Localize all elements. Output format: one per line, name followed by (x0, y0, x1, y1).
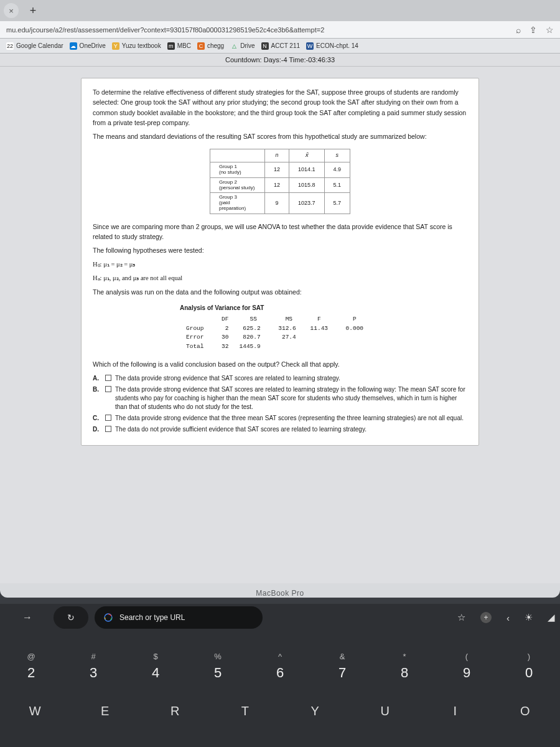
option-c: C. The data provide strong evidence that… (93, 414, 467, 423)
question-intro-2: The means and standard deviations of the… (93, 131, 467, 141)
letter-row: WERTYUIO (0, 692, 560, 730)
bookmark-label: ACCT 211 (271, 42, 301, 49)
keyboard-key[interactable]: T (210, 692, 281, 730)
bookmark-icon: m (167, 42, 175, 50)
keyboard-key[interactable]: W (0, 692, 70, 730)
bookmark-icon: 22 (6, 42, 14, 50)
checkbox-a[interactable] (105, 375, 111, 381)
bookmark-icon: △ (230, 42, 238, 50)
checkbox-b[interactable] (105, 386, 111, 392)
bookmark-item[interactable]: Cchegg (197, 42, 224, 50)
google-icon (103, 613, 113, 622)
countdown-timer: Countdown: Days:-4 Time:-03:46:33 (0, 54, 560, 67)
question-p4: The following hypotheses were tested: (93, 245, 467, 255)
kb-plus-icon[interactable]: + (480, 612, 492, 623)
keyboard-key[interactable]: I (420, 692, 490, 730)
keyboard-key[interactable]: ^6 (249, 640, 311, 692)
option-b: B. The data provide strong evidence that… (93, 385, 467, 411)
kb-star-icon[interactable]: ☆ (457, 612, 465, 623)
keyboard-key[interactable]: )0 (498, 640, 560, 692)
bookmark-icon: W (306, 42, 314, 50)
number-row: @2#3$4%5^6&7*8(9)0 (0, 640, 560, 692)
bookmark-icon: ☁ (70, 42, 77, 50)
browser-tabbar: × + (0, 0, 560, 21)
keyboard-key[interactable]: &7 (311, 640, 373, 692)
table-row: Group 1 (no study) 12 1014.1 4.9 (210, 162, 350, 178)
new-tab-button[interactable]: + (26, 4, 40, 17)
keyboard-key[interactable]: *8 (373, 640, 436, 692)
nav-forward-key[interactable]: → (5, 606, 50, 629)
anova-title: Analysis of Variance for SAT (180, 303, 467, 313)
bookmark-label: OneDrive (80, 42, 106, 49)
keyboard-key[interactable]: @2 (0, 640, 62, 692)
url-actions: ⌕ ⇪ ☆ (516, 25, 554, 35)
macbook-label: MacBook Pro (0, 585, 560, 598)
question-prompt: Which of the following is a valid conclu… (93, 359, 467, 369)
search-placeholder: Search or type URL (119, 613, 185, 622)
bookmark-item[interactable]: mMBC (167, 42, 191, 50)
page-content: To determine the relative effectiveness … (0, 67, 560, 583)
kb-back-icon[interactable]: ‹ (506, 613, 510, 623)
star-icon[interactable]: ☆ (546, 25, 554, 35)
address-bar[interactable]: mu.edu/jcourse/a2/rest/assessement/deliv… (0, 21, 560, 39)
keyboard-key[interactable]: (9 (436, 640, 498, 692)
keyboard-key[interactable]: R (140, 692, 210, 730)
kb-volume-icon[interactable]: ◢ (548, 612, 555, 623)
checkbox-d[interactable] (105, 426, 111, 432)
option-d: D. The data do not provide sufficient ev… (93, 425, 467, 434)
bookmark-item[interactable]: △Drive (230, 42, 254, 50)
table-row: Group 2 (personal study) 12 1015.8 5.1 (210, 177, 350, 193)
search-bar[interactable]: Search or type URL (95, 606, 263, 629)
bookmarks-bar: 22Google Calendar☁OneDriveYYuzu textbook… (0, 39, 560, 54)
keyboard-key[interactable]: E (70, 692, 141, 730)
bookmark-label: Yuzu textbook (122, 42, 161, 49)
keyboard: → ↻ Search or type URL ☆ + ‹ ☀ ◢ @2#3$4%… (0, 604, 560, 747)
url-text: mu.edu/jcourse/a2/rest/assessement/deliv… (6, 26, 324, 34)
checkbox-c[interactable] (105, 415, 111, 421)
bookmark-label: chegg (207, 42, 224, 49)
table-row: Group 3 (paid preparation) 9 1023.7 5.7 (210, 193, 350, 214)
bookmark-label: MBC (177, 42, 191, 49)
bookmark-item[interactable]: WECON-chpt. 14 (306, 42, 358, 50)
close-tab-button[interactable]: × (4, 3, 19, 18)
bookmark-label: ECON-chpt. 14 (316, 42, 358, 49)
hypothesis-null: H₀: μ₁ = μ₂ = μ₃ (93, 260, 467, 270)
question-intro-1: To determine the relative effectiveness … (93, 87, 467, 128)
hypothesis-alt: Hₐ: μ₁, μ₂, and μ₃ are not all equal (93, 273, 467, 283)
keyboard-key[interactable]: %5 (187, 640, 249, 692)
stats-table: n x̄ s Group 1 (no study) 12 1014.1 4.9 … (210, 149, 350, 214)
keyboard-key[interactable]: Y (280, 692, 350, 730)
keyboard-key[interactable]: O (490, 692, 561, 730)
share-icon[interactable]: ⇪ (530, 25, 537, 35)
question-p3: Since we are comparing more than 2 group… (93, 222, 467, 242)
bookmark-item[interactable]: YYuzu textbook (112, 42, 161, 50)
bookmark-icon: C (197, 42, 205, 50)
refresh-key[interactable]: ↻ (54, 606, 88, 629)
bookmark-label: Drive (240, 42, 254, 49)
bookmark-item[interactable]: ☁OneDrive (70, 42, 106, 50)
search-icon[interactable]: ⌕ (516, 25, 521, 35)
bookmark-icon: Y (112, 42, 119, 50)
anova-output: DF SS MS F P Group 2 625.2 312.6 11.43 0… (186, 315, 467, 352)
question-p5: The analysis was run on the data and the… (93, 287, 467, 297)
bookmark-icon: N (261, 42, 269, 50)
bookmark-item[interactable]: NACCT 211 (261, 42, 301, 50)
question-card: To determine the relative effectiveness … (81, 78, 479, 446)
answer-options: A. The data provide strong evidence that… (93, 374, 467, 434)
keyboard-key[interactable]: #3 (62, 640, 124, 692)
bookmark-label: Google Calendar (16, 42, 63, 49)
bookmark-item[interactable]: 22Google Calendar (6, 42, 63, 50)
kb-brightness-icon[interactable]: ☀ (525, 612, 533, 623)
option-a: A. The data provide strong evidence that… (93, 374, 467, 383)
keyboard-key[interactable]: $4 (124, 640, 187, 692)
keyboard-key[interactable]: U (350, 692, 421, 730)
